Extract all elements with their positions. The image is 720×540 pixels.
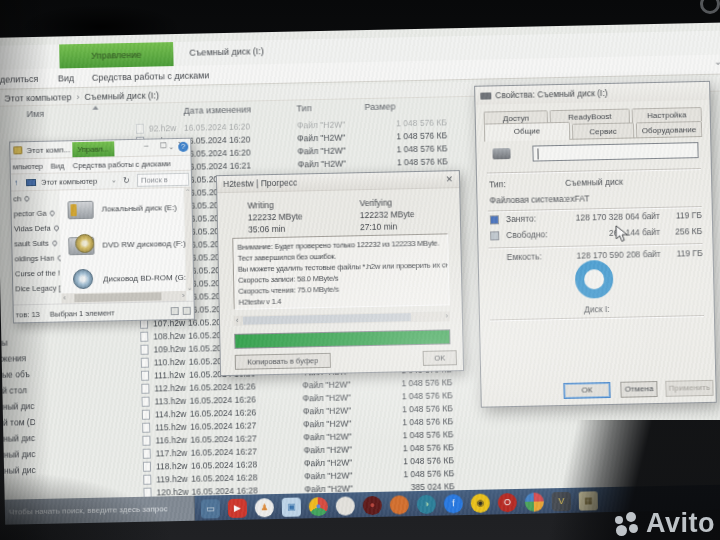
file-icon [142, 423, 150, 433]
globe-app-icon[interactable]: ◑ [417, 494, 436, 513]
photos-icon[interactable]: ▣ [282, 497, 301, 516]
file-name: 110.h2w [154, 356, 186, 370]
properties-tab[interactable]: Оборудование [636, 121, 702, 137]
drive-item[interactable]: Дисковод BD-ROM (G:) [67, 266, 186, 294]
dialog-buttons: ОКОтменаПрименить [481, 380, 715, 401]
pie-app-icon[interactable] [525, 492, 544, 511]
ribbon-tab[interactable]: Вид [58, 68, 75, 88]
nav-item[interactable]: Curse of the ! [13, 265, 61, 281]
file-icon [141, 358, 149, 368]
nav-item[interactable]: Dice Legacy [ [13, 280, 61, 294]
scroll-left-icon[interactable]: ‹ [63, 294, 65, 301]
file-name: 92.h2w [149, 122, 177, 136]
file-type: Файл "H2W" [304, 443, 352, 457]
manage-contextual-tab[interactable]: Управление [59, 42, 173, 68]
file-name: 118.h2w [156, 460, 188, 474]
column-size[interactable]: Размер [364, 101, 395, 112]
usage-human: 119 ГБ [662, 210, 702, 221]
legend-swatch [490, 231, 499, 240]
pin-icon [49, 210, 56, 217]
v-app-icon[interactable]: V [552, 491, 571, 510]
ribbon-collapse-icon[interactable]: ⌄ [168, 143, 174, 151]
dialog-button[interactable]: Отмена [620, 381, 657, 398]
file-name: 112.h2w [154, 382, 186, 396]
search-hint-text: Чтобы начать поиск, введите здесь запрос [9, 504, 168, 516]
nav-item[interactable]: oldings Han [12, 250, 60, 266]
sort-caret-icon [92, 106, 98, 110]
properties-tab[interactable]: Настройка [632, 107, 702, 122]
ribbon-collapse-icon[interactable]: ⌄ [714, 57, 720, 67]
file-name: 115.h2w [155, 421, 187, 435]
nav-item[interactable]: Vidas Defa [12, 220, 60, 236]
up-arrow-icon[interactable]: ↑ [14, 178, 18, 187]
pin-icon [23, 195, 30, 202]
scrollbar-thumb[interactable] [243, 313, 412, 325]
file-type: Файл "H2W" [303, 417, 351, 431]
nav-item[interactable]: sault Suits [12, 235, 60, 251]
ribbon-tab[interactable]: делиться [0, 69, 38, 90]
minimize-button[interactable]: – [139, 141, 154, 150]
drive-item[interactable]: Локальный диск (E:) [65, 196, 184, 224]
taskbar-search[interactable]: Чтобы начать поиск, введите здесь запрос [5, 496, 196, 525]
scroll-left-icon[interactable]: ‹ [236, 317, 238, 324]
drive-label: Локальный диск (E:) [101, 203, 176, 214]
log-horizontal-scrollbar[interactable]: ‹ › [234, 311, 450, 326]
scroll-down-icon[interactable]: ⌄ [187, 284, 192, 291]
drive-item[interactable]: DVD RW дисковод (F:) [66, 232, 185, 260]
removable-drive-icon [492, 148, 510, 159]
close-icon[interactable]: ✕ [445, 174, 453, 184]
file-type: Файл "H2W" [303, 404, 351, 418]
record-app-icon[interactable]: ● [363, 495, 382, 514]
column-type[interactable]: Тип [296, 103, 311, 113]
thumbnails-view-icon[interactable] [183, 307, 191, 315]
volume-label-input[interactable] [532, 142, 698, 161]
copy-to-clipboard-button[interactable]: Копировать в буфер [235, 353, 331, 370]
address-text[interactable]: Этот компьютер [41, 177, 97, 187]
scroll-up-icon[interactable]: ⌃ [185, 188, 190, 195]
drive-icon [67, 201, 93, 220]
ok-button[interactable]: OK [423, 350, 457, 366]
ribbon-tab[interactable]: Средства работы с дисками [73, 159, 171, 170]
verifying-size: 122232 MByte [360, 208, 415, 221]
scroll-right-icon[interactable]: › [182, 292, 184, 299]
scroll-right-icon[interactable]: › [445, 312, 447, 319]
field-label: Файловая система: [489, 194, 566, 206]
search-input[interactable]: Поиск в [137, 173, 189, 187]
column-date[interactable]: Дата изменения [183, 104, 251, 115]
facebook-icon[interactable]: f [444, 494, 463, 513]
ribbon-tab[interactable]: мпьютер [13, 162, 43, 172]
gallery-app-icon[interactable]: ▦ [579, 491, 598, 510]
breadcrumb-item[interactable]: Съемный диск (I:) [71, 88, 159, 104]
file-icon [140, 345, 148, 355]
nav-item[interactable]: ch [11, 190, 59, 206]
account-icon[interactable]: ♟ [255, 498, 274, 517]
legend-swatch [490, 215, 499, 224]
ribbon-tab[interactable]: Вид [51, 161, 65, 170]
refresh-icon[interactable]: ↻ [123, 176, 130, 185]
laptop-screen: Управление Съемный диск (I:) делитьсяВид… [0, 22, 720, 524]
details-view-icon[interactable] [170, 307, 178, 315]
opera-icon[interactable]: O [498, 492, 517, 511]
result-log[interactable]: Внимание: Будет проверено только 122232 … [232, 233, 449, 310]
breadcrumb-item[interactable]: Этот компьютер [4, 90, 72, 105]
dialog-button[interactable]: Применить [665, 380, 713, 397]
field-value: Съемный диск [565, 177, 623, 188]
youtube-icon[interactable]: ▶ [228, 498, 247, 517]
vertical-scrollbar[interactable]: ⌃ ⌄ [184, 188, 193, 291]
dialog-button[interactable]: ОК [563, 382, 610, 399]
task-view-icon[interactable]: ▭ [201, 499, 220, 518]
light-app-icon[interactable] [336, 496, 355, 515]
address-dropdown-icon[interactable]: ⌄ [111, 176, 117, 184]
properties-tab[interactable]: Сервис [572, 122, 634, 138]
beeline-icon[interactable]: ◉ [471, 493, 490, 512]
chrome-icon[interactable]: ● [309, 496, 328, 515]
properties-tab[interactable]: Общие [484, 122, 570, 142]
nav-item-label: Curse of the ! [15, 268, 60, 278]
orange-app-icon[interactable] [390, 495, 409, 514]
file-icon [142, 436, 150, 446]
ribbon-tab[interactable]: Средства работы с дисками [92, 65, 210, 87]
column-name[interactable]: Имя [26, 109, 44, 119]
manage-contextual-tab-small[interactable]: Управл... [72, 141, 114, 157]
nav-item[interactable]: pector Ga [12, 205, 60, 221]
file-type: Файл "H2W" [297, 144, 345, 158]
